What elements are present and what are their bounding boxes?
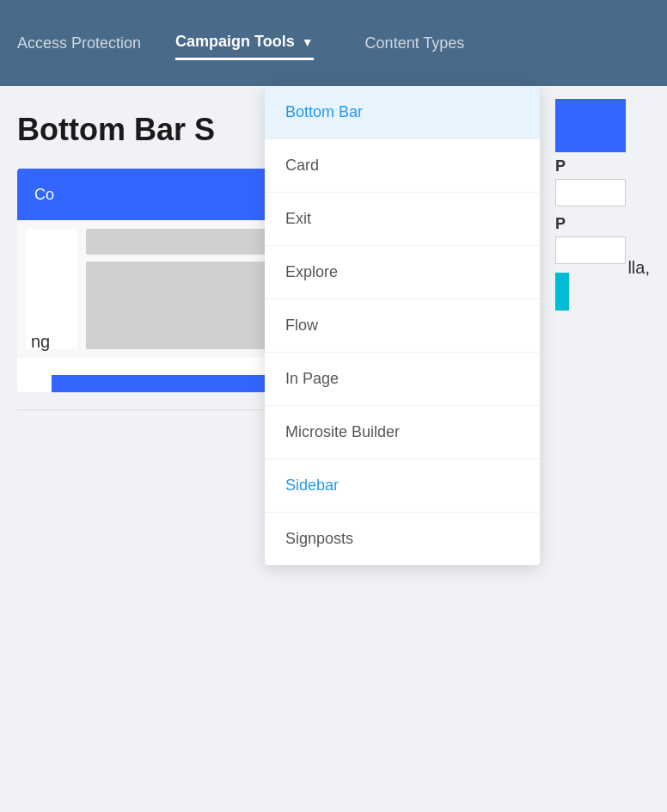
right-label-p1: P bbox=[555, 157, 667, 175]
dropdown-item-microsite-builder[interactable]: Microsite Builder bbox=[265, 406, 540, 459]
right-input-1[interactable] bbox=[555, 179, 626, 206]
dropdown-item-exit[interactable]: Exit bbox=[265, 193, 540, 246]
preview-text-left: ng bbox=[31, 332, 50, 352]
nav-item-campaign-tools[interactable]: Campaign Tools ▼ bbox=[175, 26, 314, 60]
dropdown-item-bottom-bar[interactable]: Bottom Bar bbox=[265, 86, 540, 139]
dropdown-item-in-page[interactable]: In Page bbox=[265, 353, 540, 406]
preview-text-right: lla, bbox=[627, 258, 650, 278]
dropdown-item-flow[interactable]: Flow bbox=[265, 299, 540, 353]
dropdown-item-sidebar[interactable]: Sidebar bbox=[265, 459, 540, 513]
dropdown-item-explore[interactable]: Explore bbox=[265, 246, 540, 299]
right-input-2[interactable] bbox=[555, 237, 626, 264]
right-label-p2: P bbox=[555, 215, 667, 233]
nav-item-access-protection[interactable]: Access Protection bbox=[17, 28, 141, 59]
preview-header-text: Co bbox=[34, 186, 54, 204]
chevron-down-icon: ▼ bbox=[302, 35, 314, 49]
right-blue-card bbox=[555, 99, 626, 152]
right-panel: P P bbox=[555, 99, 667, 311]
dropdown-item-card[interactable]: Card bbox=[265, 139, 540, 193]
right-teal-bar bbox=[555, 273, 569, 311]
dropdown-item-signposts[interactable]: Signposts bbox=[265, 513, 540, 565]
nav-item-content-types[interactable]: Content Types bbox=[365, 28, 465, 59]
nav-bar: Access Protection Campaign Tools ▼ Conte… bbox=[0, 0, 667, 86]
preview-sidebar-left bbox=[26, 229, 77, 349]
campaign-tools-dropdown: Bottom Bar Card Exit Explore Flow In Pag… bbox=[265, 86, 540, 565]
